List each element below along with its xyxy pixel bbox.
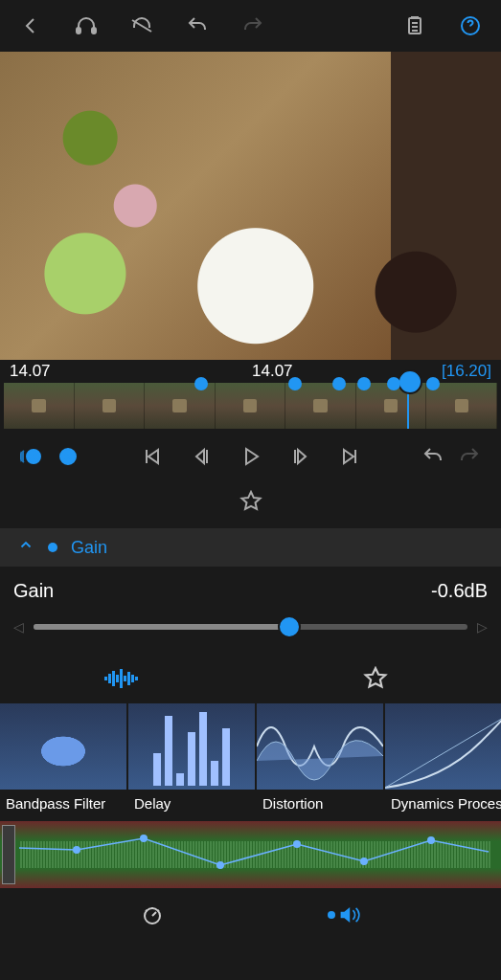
timeline-marker[interactable] [387, 377, 400, 390]
redo-button[interactable] [239, 12, 266, 39]
play-button[interactable] [237, 442, 265, 471]
revert-button[interactable] [419, 442, 447, 471]
svg-rect-10 [127, 672, 130, 685]
svg-point-13 [73, 846, 80, 854]
speed-tab[interactable] [139, 902, 166, 928]
svg-rect-7 [116, 675, 119, 682]
timeline-marker[interactable] [357, 377, 371, 390]
timecode-in: 14.07 [10, 362, 51, 381]
reject-all-button[interactable] [17, 442, 46, 471]
filmstrip-timeline[interactable] [4, 383, 497, 429]
playhead[interactable] [407, 373, 409, 429]
favorite-button[interactable] [238, 488, 264, 515]
svg-point-17 [360, 858, 368, 865]
automation-headphones-icon[interactable] [128, 12, 155, 39]
svg-rect-6 [112, 671, 115, 686]
parameter-name: Gain [13, 580, 431, 602]
effect-label: Dynamics Processor [385, 790, 501, 821]
effect-label: Bandpass Filter [0, 790, 126, 821]
svg-point-14 [140, 835, 148, 842]
svg-rect-11 [131, 675, 134, 682]
slider-knob[interactable] [278, 615, 301, 638]
parameter-header[interactable]: Gain [0, 528, 501, 567]
undo-button[interactable] [184, 12, 211, 39]
timecode-out: [16.20] [442, 362, 491, 381]
svg-rect-5 [108, 674, 111, 683]
svg-point-16 [293, 840, 301, 848]
frame-forward-button[interactable] [286, 442, 315, 471]
keyframe-dot-icon [48, 543, 57, 552]
timeline-marker[interactable] [288, 377, 302, 390]
audio-waveform-track[interactable] [0, 821, 501, 888]
effect-label: Delay [128, 790, 255, 821]
clipboard-button[interactable] [401, 12, 428, 39]
effect-card-bandpass[interactable]: Bandpass Filter [0, 703, 126, 821]
svg-rect-4 [104, 677, 107, 680]
effect-card-delay[interactable]: Delay [128, 703, 255, 821]
audio-tab[interactable] [328, 902, 362, 928]
timecode-current: 14.07 [51, 362, 442, 381]
goto-start-button[interactable] [137, 442, 166, 471]
svg-rect-9 [124, 676, 126, 681]
headphones-icon[interactable] [73, 12, 100, 39]
slider-nudge-right[interactable]: ▷ [477, 619, 488, 635]
chevron-down-icon [17, 537, 34, 559]
effect-card-dynamics[interactable]: Dynamics Processor [385, 703, 501, 821]
gain-slider[interactable] [34, 624, 467, 630]
help-button[interactable] [457, 12, 484, 39]
svg-point-15 [216, 861, 224, 869]
video-preview[interactable] [0, 52, 501, 360]
reapply-button[interactable] [455, 442, 484, 471]
timeline-marker[interactable] [426, 377, 440, 390]
frame-back-button[interactable] [187, 442, 216, 471]
reject-button[interactable] [54, 442, 82, 471]
effects-browser[interactable]: Bandpass FilterDelayDistortionDynamics P… [0, 703, 501, 821]
audio-effects-tab[interactable] [0, 659, 251, 698]
goto-end-button[interactable] [336, 442, 365, 471]
effect-card-distortion[interactable]: Distortion [257, 703, 383, 821]
timeline-marker[interactable] [194, 377, 208, 390]
svg-rect-12 [135, 677, 138, 680]
svg-point-18 [427, 836, 435, 844]
svg-rect-8 [120, 669, 123, 688]
parameter-value: -0.6dB [431, 580, 488, 602]
effect-label: Distortion [257, 790, 383, 821]
slider-nudge-left[interactable]: ◁ [13, 619, 24, 635]
back-button[interactable] [17, 12, 44, 39]
parameter-header-label: Gain [71, 538, 107, 558]
favorites-tab[interactable] [251, 659, 502, 698]
